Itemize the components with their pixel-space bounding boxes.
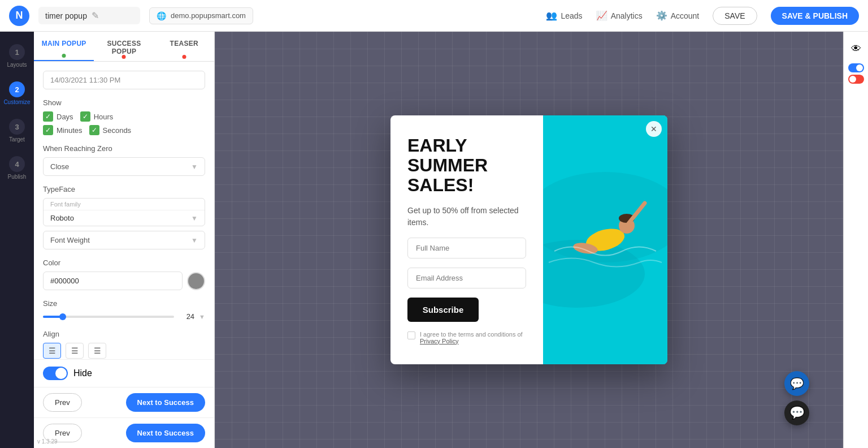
color-swatch[interactable] bbox=[187, 272, 205, 290]
globe-icon: 🌐 bbox=[157, 11, 166, 20]
preview-icon[interactable]: 👁 bbox=[846, 38, 866, 59]
popup-subtitle: Get up to 50% off from selected items. bbox=[407, 205, 526, 229]
when-reaching-zero-section: When Reaching Zero Close ▼ bbox=[43, 144, 205, 176]
align-right-button[interactable]: ☰ bbox=[88, 343, 106, 359]
privacy-text: I agree to the terms and conditions of P… bbox=[420, 331, 526, 344]
when-reaching-zero-dropdown[interactable]: Close ▼ bbox=[43, 157, 205, 176]
size-section: Size 24 ▼ bbox=[43, 299, 205, 321]
nav-actions: 👥 Leads 📈 Analytics ⚙️ Account SAVE SAVE… bbox=[546, 7, 859, 25]
email-input[interactable] bbox=[407, 268, 526, 288]
full-name-input[interactable] bbox=[407, 238, 526, 259]
leads-label: Leads bbox=[561, 11, 582, 20]
tab-teaser[interactable]: TEASER bbox=[154, 32, 214, 61]
toggle-on-indicator[interactable] bbox=[848, 63, 864, 72]
step-2-customize[interactable]: 2 Customize bbox=[0, 76, 34, 111]
account-icon: ⚙️ bbox=[656, 10, 667, 21]
popup-preview: EARLY SUMMER SALES! Get up to 50% off fr… bbox=[390, 115, 667, 364]
save-button[interactable]: SAVE bbox=[713, 7, 757, 25]
leads-icon: 👥 bbox=[546, 10, 557, 21]
chevron-down-icon: ▼ bbox=[191, 236, 198, 244]
chat-icon-1[interactable]: 💬 bbox=[784, 371, 809, 396]
chat-icon-2[interactable]: 💬 bbox=[784, 400, 809, 425]
panel-footer-1: Prev Next to Success bbox=[34, 387, 214, 417]
subscribe-button[interactable]: Subscribe bbox=[407, 298, 479, 322]
account-nav-item[interactable]: ⚙️ Account bbox=[656, 10, 700, 21]
main-area: 1 Layouts 2 Customize 3 Target 4 Publish… bbox=[0, 32, 868, 448]
step-3-target[interactable]: 3 Target bbox=[0, 113, 34, 148]
topbar: N timer popup ✎ 🌐 demo.popupsmart.com 👥 … bbox=[0, 0, 868, 32]
step-1-layouts[interactable]: 1 Layouts bbox=[0, 38, 34, 74]
account-label: Account bbox=[671, 11, 700, 20]
seconds-checkbox[interactable]: ✓ Seconds bbox=[89, 125, 132, 135]
next-to-success-button-2[interactable]: Next to Success bbox=[126, 424, 205, 442]
panel-footer-2: Prev Next to Success bbox=[34, 417, 214, 448]
size-slider[interactable] bbox=[43, 316, 174, 318]
panel-tabs: MAIN POPUP SUCCESS POPUP TEASER bbox=[34, 32, 214, 62]
project-name-text: timer popup bbox=[45, 11, 87, 20]
logo: N bbox=[9, 6, 29, 26]
version-tag: v 1.3.29 bbox=[37, 438, 58, 445]
color-section: Color bbox=[43, 259, 205, 290]
align-center-button[interactable]: ☰ bbox=[66, 343, 84, 359]
analytics-label: Analytics bbox=[611, 11, 643, 20]
show-section: Show ✓ Days ✓ Hours ✓ Minutes bbox=[43, 98, 205, 135]
days-checkbox[interactable]: ✓ Days bbox=[43, 111, 73, 122]
chevron-down-icon: ▼ bbox=[191, 163, 198, 171]
edit-icon[interactable]: ✎ bbox=[92, 10, 99, 21]
font-family-dropdown[interactable]: Roboto ▼ bbox=[44, 210, 205, 226]
chevron-down-icon: ▼ bbox=[199, 313, 205, 320]
leads-nav-item[interactable]: 👥 Leads bbox=[546, 10, 582, 21]
analytics-nav-item[interactable]: 📈 Analytics bbox=[596, 10, 643, 21]
project-name-field[interactable]: timer popup ✎ bbox=[38, 7, 140, 24]
chevron-down-icon: ▼ bbox=[191, 214, 198, 222]
tab-main-popup[interactable]: MAIN POPUP bbox=[34, 32, 94, 61]
publish-button[interactable]: SAVE & PUBLISH bbox=[771, 7, 859, 25]
popup-left: EARLY SUMMER SALES! Get up to 50% off fr… bbox=[390, 115, 543, 364]
right-mini-sidebar: 👁 bbox=[843, 32, 868, 448]
url-text: demo.popupsmart.com bbox=[171, 11, 246, 20]
color-input[interactable] bbox=[43, 272, 183, 290]
align-section: Align ☰ ☰ ☰ bbox=[43, 330, 205, 359]
align-left-button[interactable]: ☰ bbox=[43, 343, 61, 359]
prev-button-1[interactable]: Prev bbox=[43, 393, 82, 412]
url-bar: 🌐 demo.popupsmart.com bbox=[149, 7, 253, 24]
font-weight-dropdown[interactable]: Font Weight ▼ bbox=[43, 231, 205, 249]
minutes-checkbox[interactable]: ✓ Minutes bbox=[43, 125, 83, 135]
popup-image: ✕ bbox=[543, 115, 667, 364]
hide-toggle[interactable] bbox=[43, 367, 68, 380]
canvas: EARLY SUMMER SALES! Get up to 50% off fr… bbox=[215, 32, 843, 448]
tab-success-popup[interactable]: SUCCESS POPUP bbox=[94, 32, 154, 61]
panel-content: Show ✓ Days ✓ Hours ✓ Minutes bbox=[34, 62, 214, 359]
privacy-checkbox[interactable] bbox=[407, 331, 415, 339]
hours-checkbox[interactable]: ✓ Hours bbox=[80, 111, 114, 122]
left-panel: MAIN POPUP SUCCESS POPUP TEASER Show ✓ bbox=[34, 32, 215, 448]
popup-close-button[interactable]: ✕ bbox=[646, 121, 662, 137]
analytics-icon: 📈 bbox=[596, 10, 607, 21]
hide-row: Hide bbox=[34, 359, 214, 387]
typeface-section: TypeFace Font family Roboto ▼ Font Weigh… bbox=[43, 185, 205, 249]
step-4-publish[interactable]: 4 Publish bbox=[0, 150, 34, 186]
hide-label: Hide bbox=[73, 368, 92, 378]
next-to-success-button-1[interactable]: Next to Success bbox=[126, 393, 205, 412]
popup-title: EARLY SUMMER SALES! bbox=[407, 136, 526, 196]
toggle-off-indicator[interactable] bbox=[848, 75, 864, 84]
icon-sidebar: 1 Layouts 2 Customize 3 Target 4 Publish bbox=[0, 32, 34, 448]
datetime-input[interactable] bbox=[43, 71, 205, 89]
privacy-policy-link[interactable]: Privacy Policy bbox=[420, 338, 458, 344]
